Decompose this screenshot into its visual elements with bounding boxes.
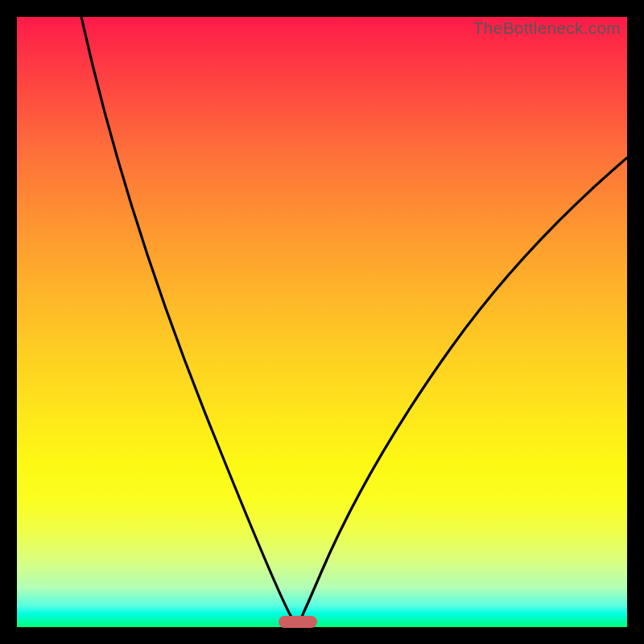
curves-svg [17,17,627,627]
optimal-range-marker [279,616,317,628]
chart-plot-area: TheBottleneck.com [17,17,627,627]
right-curve [298,158,627,625]
left-curve [81,17,298,625]
